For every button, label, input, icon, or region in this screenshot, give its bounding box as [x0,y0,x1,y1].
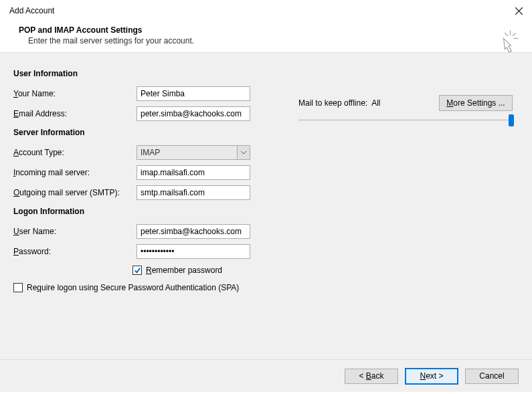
close-icon [515,7,523,15]
your-name-label: Your Name: [13,89,137,98]
back-button[interactable]: < Back [345,369,398,384]
your-name-input[interactable] [137,86,250,101]
svg-line-4 [513,33,516,36]
password-label: Password: [13,247,137,256]
section-user-info: User Information [13,69,519,78]
checkmark-icon [134,267,141,274]
close-button[interactable] [512,4,525,17]
titlebar: Add Account [0,0,532,21]
outgoing-label: Outgoing mail server (SMTP): [13,188,137,197]
offline-panel: Mail to keep offline: All More Settings … [298,98,513,128]
dialog-footer: < Back Next > Cancel [0,359,532,392]
slider-track [298,119,513,121]
incoming-label: Incoming mail server: [13,168,137,177]
username-label: User Name: [13,227,137,236]
email-input[interactable] [137,106,250,121]
mail-offline-slider[interactable] [298,114,513,128]
outgoing-server-input[interactable] [137,185,250,200]
mail-offline-value: All [371,98,380,108]
cursor-click-icon [495,28,520,54]
remember-password-label: Remember password [146,266,222,275]
cancel-button[interactable]: Cancel [465,369,519,384]
svg-line-5 [505,33,508,36]
dialog-body: User Information Your Name: Email Addres… [0,53,532,359]
header-title: POP and IMAP Account Settings [19,25,520,35]
header-subtitle: Enter the mail server settings for your … [28,36,520,45]
slider-thumb[interactable] [509,114,514,126]
account-type-label: Account Type: [13,148,137,157]
section-logon-info: Logon Information [13,207,519,216]
chevron-down-icon [241,151,246,155]
email-label: Email Address: [13,109,137,118]
incoming-server-input[interactable] [137,165,250,180]
window-title: Add Account [9,6,54,15]
section-server-info: Server Information [13,128,519,137]
more-settings-button[interactable]: More Settings ... [439,95,513,111]
spa-label: Require logon using Secure Password Auth… [27,283,239,292]
username-input[interactable] [137,224,250,239]
wizard-icon [495,28,520,56]
spa-checkbox[interactable] [13,283,23,292]
remember-password-checkbox[interactable] [132,266,142,275]
account-type-select[interactable]: IMAP [137,145,250,160]
account-type-dropdown-button[interactable] [237,146,250,159]
account-type-value: IMAP [141,148,160,157]
next-button[interactable]: Next > [405,368,458,385]
wizard-header: POP and IMAP Account Settings Enter the … [0,21,532,52]
password-input[interactable] [137,244,250,259]
